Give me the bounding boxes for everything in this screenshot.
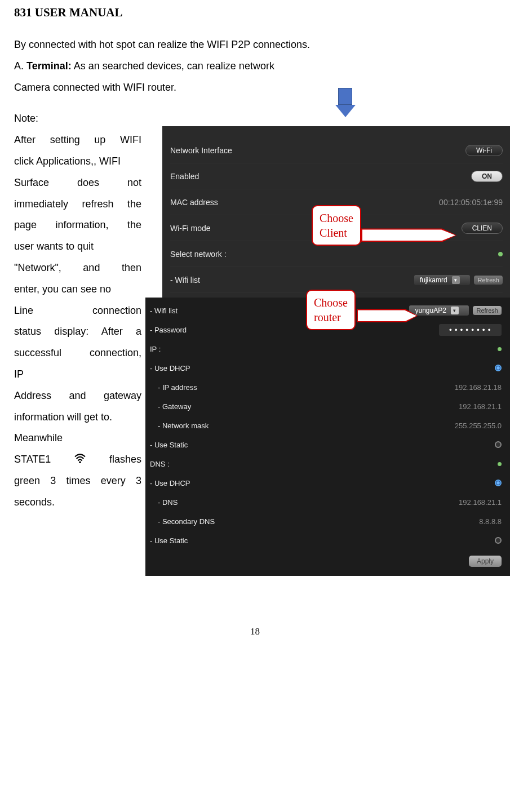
- mac-address-label: MAC address: [170, 198, 218, 207]
- note-column: Note: After setting up WIFI click Applic…: [14, 108, 143, 513]
- network-panel-bottom: - Wifi list yunguAP2 ▾ Refresh - Passwor…: [145, 298, 510, 576]
- note-line: successful connection,: [14, 343, 141, 364]
- page-title: 831 USER MANUAL: [14, 6, 496, 20]
- enabled-toggle[interactable]: ON: [471, 171, 503, 182]
- password-input[interactable]: ••••••••: [439, 324, 502, 336]
- secondary-dns-value: 8.8.8.8: [479, 517, 502, 526]
- callout-pointer: [358, 310, 416, 321]
- intro-line2: A. Terminal: As an searched devices, can…: [14, 56, 496, 77]
- gateway-value: 192.168.21.1: [459, 402, 502, 411]
- note-line: information will get to.: [14, 407, 141, 428]
- wifi-list-label-1: - Wifi list: [170, 276, 200, 285]
- use-static-label: - Use Static: [150, 441, 188, 449]
- enabled-label: Enabled: [170, 172, 199, 181]
- note-line: Surface does not: [14, 172, 141, 194]
- callout-pointer: [362, 229, 455, 241]
- status-dot-icon: [498, 462, 502, 466]
- refresh-button-1[interactable]: Refresh: [474, 276, 503, 285]
- chevron-down-icon: ▾: [452, 276, 460, 284]
- wifi-mode-select[interactable]: CLIEN: [462, 223, 503, 234]
- use-static-radio[interactable]: [495, 441, 502, 448]
- ip-address-label: - IP address: [150, 383, 197, 392]
- note-line: page information, the: [14, 215, 141, 236]
- use-dhcp2-radio[interactable]: [495, 480, 502, 486]
- note-line: Line connection: [14, 300, 141, 322]
- wifi-mode-label: Wi-Fi mode: [170, 224, 211, 233]
- wifi-network-select-1[interactable]: fujikamrd ▾: [414, 275, 470, 285]
- wifi-list-label-2: - Wifi list: [150, 307, 178, 315]
- select-network-label: Select network :: [170, 250, 227, 259]
- note-line: immediately refresh the: [14, 194, 141, 215]
- note-line: Address and gateway: [14, 385, 141, 407]
- note-line: After setting up WIFI: [14, 130, 141, 151]
- wifi-network-select-2[interactable]: yunguAP2 ▾: [409, 305, 468, 316]
- gateway-label: - Gateway: [150, 402, 191, 411]
- note-line: "Network", and then: [14, 258, 141, 279]
- use-static2-label: - Use Static: [150, 536, 188, 545]
- use-dhcp-label: - Use DHCP: [150, 364, 190, 372]
- network-interface-label: Network Interface: [170, 146, 232, 155]
- ip-section-label: IP :: [150, 345, 161, 353]
- callout-choose-client: Choose Client: [312, 205, 361, 246]
- password-label: - Password: [150, 326, 187, 334]
- note-line: Meanwhile: [14, 428, 141, 449]
- note-heading: Note:: [14, 108, 141, 130]
- note-line: user wants to quit: [14, 236, 141, 258]
- use-dhcp2-label: - Use DHCP: [150, 479, 190, 487]
- dns-value: 192.168.21.1: [459, 498, 502, 507]
- page-number: 18: [14, 626, 496, 637]
- note-line: status display: After a: [14, 321, 141, 343]
- note-line: green 3 times every 3: [14, 471, 141, 492]
- refresh-button-2[interactable]: Refresh: [473, 306, 502, 315]
- apply-button[interactable]: Apply: [469, 556, 502, 567]
- note-line: seconds.: [14, 492, 141, 513]
- arrow-down-icon: [335, 88, 355, 117]
- ip-address-value: 192.168.21.18: [455, 383, 502, 392]
- intro-line3: Camera connected with WIFI router.: [14, 77, 496, 99]
- dns-label: - DNS: [150, 498, 178, 507]
- network-interface-select[interactable]: Wi-Fi: [465, 145, 503, 156]
- status-dot-icon: [498, 347, 502, 351]
- secondary-dns-label: - Secondary DNS: [150, 517, 215, 526]
- callout-choose-router: Choose router: [306, 290, 356, 330]
- intro-paragraph: By connected with hot spot can realize t…: [14, 34, 496, 98]
- note-line: enter, you can see no: [14, 279, 141, 300]
- dns-section-label: DNS :: [150, 460, 170, 468]
- note-line: STATE1 flashes: [14, 449, 141, 471]
- svg-point-0: [79, 462, 81, 464]
- note-line: IP: [14, 364, 141, 385]
- intro-line1: By connected with hot spot can realize t…: [14, 34, 496, 56]
- status-dot-icon: [498, 252, 503, 256]
- mac-address-value: 00:12:05:05:1e:99: [439, 198, 503, 207]
- wifi-icon: [74, 454, 86, 464]
- chevron-down-icon: ▾: [451, 307, 459, 314]
- netmask-label: - Network mask: [150, 421, 209, 430]
- note-line: click Applications,, WIFI: [14, 151, 141, 172]
- use-dhcp-radio[interactable]: [495, 365, 502, 371]
- netmask-value: 255.255.255.0: [455, 421, 502, 430]
- use-static2-radio[interactable]: [495, 537, 502, 544]
- network-panel-top: Network Interface Wi-Fi Enabled ON MAC a…: [162, 126, 510, 299]
